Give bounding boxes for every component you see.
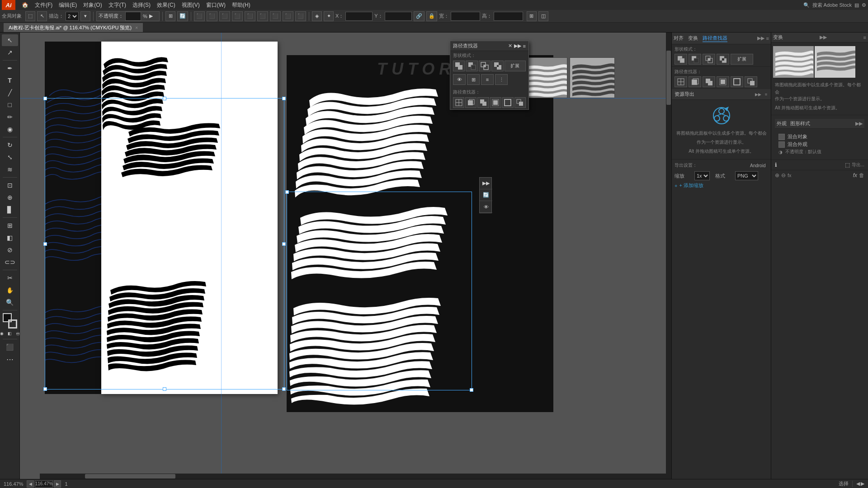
fx-btn[interactable]: fx: [853, 172, 857, 178]
zoom-in-btn[interactable]: ▶: [54, 480, 61, 488]
type-tool[interactable]: T: [2, 75, 18, 86]
w-input[interactable]: 312.878: [451, 12, 480, 21]
popup-exclude[interactable]: [491, 61, 503, 71]
popup-menu[interactable]: ≡: [523, 43, 526, 49]
lock-icon[interactable]: 🔒: [426, 11, 437, 21]
menu-help[interactable]: 帮助(H): [229, 0, 253, 10]
ft-btn-1[interactable]: ▶▶: [480, 178, 492, 189]
menu-window[interactable]: 窗口(W): [203, 0, 228, 10]
panel-expand-icon[interactable]: ▶▶: [757, 35, 764, 41]
blob-brush-tool[interactable]: ◉: [2, 123, 18, 135]
popup-tool-2[interactable]: ⊞: [467, 74, 480, 85]
search-icon[interactable]: 🔍: [803, 2, 810, 8]
popup-collapse[interactable]: ▶▶: [514, 43, 521, 49]
line-tool[interactable]: ╱: [2, 87, 18, 99]
x-input[interactable]: 176.125: [345, 12, 373, 21]
panel-tab-pathfinder[interactable]: 路径查找器: [703, 35, 727, 42]
stroke-swatch[interactable]: [8, 319, 17, 328]
sel-handle-tr[interactable]: [282, 97, 286, 100]
scale-tool[interactable]: ⤡: [2, 151, 18, 163]
mesh-tool[interactable]: ⊞: [2, 220, 18, 231]
intersect-btn[interactable]: [703, 54, 715, 65]
gpu-btn[interactable]: ◫: [538, 11, 548, 21]
icon-btn-2[interactable]: ↖: [37, 11, 47, 21]
blend-tool[interactable]: ⊂⊃: [2, 256, 18, 268]
outline-btn[interactable]: [731, 76, 743, 87]
menu-type[interactable]: 文字(T): [106, 0, 129, 10]
tab-close[interactable]: ×: [135, 25, 138, 30]
selection-tool[interactable]: ↖: [2, 34, 18, 46]
align-btn6[interactable]: ⬛: [295, 11, 306, 21]
app-collapse[interactable]: ▶▶: [855, 121, 863, 127]
popup-expand-shape[interactable]: 扩展: [505, 61, 526, 71]
symbol-spray-tool[interactable]: ⊕: [2, 192, 18, 203]
popup-tool-4[interactable]: ⋮: [495, 74, 508, 85]
opacity-btn[interactable]: 不透明度： 100 % ▶: [96, 11, 160, 21]
brush-tool[interactable]: ✏: [2, 111, 18, 123]
popup-close[interactable]: ✕: [508, 43, 512, 49]
ft-btn-2[interactable]: 🔄: [480, 189, 492, 201]
blend-view-swatch[interactable]: [778, 141, 785, 148]
gradient-mode-btn[interactable]: ◧: [6, 330, 14, 337]
free-transform-tool[interactable]: ⊡: [2, 179, 18, 191]
vertical-scrollbar[interactable]: [666, 33, 671, 479]
rect-tool[interactable]: □: [2, 99, 18, 111]
zoom-tool[interactable]: 🔍: [2, 296, 18, 308]
icon-btn-1[interactable]: ⬚: [25, 11, 35, 21]
transform-collapse[interactable]: ▶▶: [820, 34, 827, 40]
link-icon[interactable]: 🔗: [414, 11, 425, 21]
workspace-icon[interactable]: ⚙: [862, 2, 866, 8]
popup-trim[interactable]: [465, 97, 476, 108]
stroke-btn[interactable]: ▾: [80, 11, 90, 21]
ae-menu[interactable]: ≡: [764, 92, 768, 97]
ft-btn-3[interactable]: 👁: [480, 201, 492, 213]
crop-btn[interactable]: [717, 76, 729, 87]
direct-select-tool[interactable]: ↗: [2, 47, 18, 58]
arrange-icon[interactable]: ▤: [854, 2, 859, 8]
format-select[interactable]: PNGSVGPDFJPEG: [735, 171, 758, 180]
sel-handle-br[interactable]: [282, 387, 286, 391]
h-scroll-thumb[interactable]: [85, 474, 175, 479]
fx-label[interactable]: fx: [788, 173, 792, 178]
plus-icon[interactable]: ⊕: [775, 172, 779, 178]
play-btn[interactable]: ◀: [856, 481, 860, 487]
horizontal-scrollbar[interactable]: [40, 474, 666, 479]
popup-outline[interactable]: [502, 97, 514, 108]
menu-view[interactable]: 视图(V): [179, 0, 203, 10]
rotate-tool[interactable]: ↻: [2, 139, 18, 151]
popup-merge[interactable]: [477, 97, 489, 108]
menu-effect[interactable]: 效果(C): [154, 0, 178, 10]
arrange-icon[interactable]: 🔄: [177, 11, 188, 21]
minus-back-btn[interactable]: [745, 76, 757, 87]
more-tools[interactable]: ⋯: [2, 353, 18, 365]
menu-edit[interactable]: 编辑(E): [56, 0, 80, 10]
menu-home[interactable]: 🏠: [19, 1, 31, 9]
add-scale-button[interactable]: + + 添加缩放: [675, 182, 768, 189]
trim-btn[interactable]: [689, 76, 701, 87]
expand-shape-btn[interactable]: 扩展: [731, 54, 753, 65]
exclude-btn[interactable]: [717, 54, 729, 65]
align-vert[interactable]: ⬛: [207, 11, 217, 21]
popup-tool-1[interactable]: 👁: [453, 74, 466, 85]
step-btn[interactable]: ▶: [861, 481, 864, 487]
scissors-tool[interactable]: ✂: [2, 272, 18, 284]
distribute-v[interactable]: ⬛: [232, 11, 243, 21]
panel-tab-transform[interactable]: 变换: [688, 35, 698, 42]
merge-btn[interactable]: [703, 76, 715, 87]
gradient-tool[interactable]: ◧: [2, 232, 18, 244]
popup-tool-3[interactable]: ≡: [481, 74, 494, 85]
popup-minus[interactable]: [466, 61, 477, 71]
pixel-view-btn[interactable]: ⊞: [527, 11, 537, 21]
align-btn2[interactable]: ⬛: [245, 11, 255, 21]
eyedropper-tool[interactable]: ⊘: [2, 244, 18, 256]
y-input[interactable]: 152.14: [385, 12, 412, 21]
stroke-dropdown[interactable]: 213: [66, 12, 79, 21]
hand-tool[interactable]: ✋: [2, 284, 18, 296]
warp-tool[interactable]: ≋: [2, 164, 18, 175]
opacity-input[interactable]: 100: [125, 12, 141, 21]
opacity-arrow[interactable]: ▶: [149, 13, 153, 19]
align-btn4[interactable]: ⬛: [270, 11, 281, 21]
v-scroll-thumb[interactable]: [666, 51, 671, 105]
menu-object[interactable]: 对象(O): [80, 0, 104, 10]
pen-tool[interactable]: ✒: [2, 62, 18, 74]
